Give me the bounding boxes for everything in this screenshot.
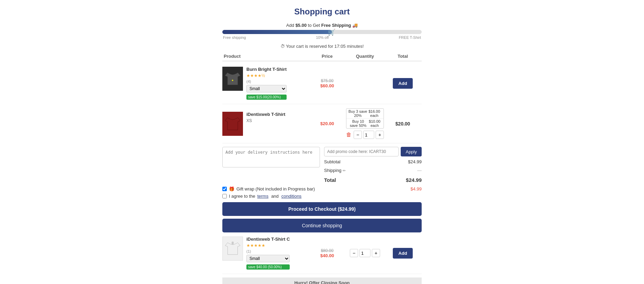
qty-plus-2[interactable]: + (376, 131, 384, 139)
total-row: Total $24.99 (324, 176, 422, 184)
promo-section: Apply Subtotal $24.99 Shipping ✏ — Total… (324, 147, 422, 184)
upsell-product-image (222, 237, 243, 261)
upsell-add-button[interactable]: Add (393, 248, 412, 259)
shipping-edit-icon[interactable]: ✏ (343, 168, 346, 173)
qty-controls-2: 🗑 − + (346, 131, 384, 139)
total-label: Total (324, 177, 336, 183)
cart-row-1: ✦ Burn Bright T-Shirt ★★★★½ (4) Small Me… (222, 63, 422, 104)
save-badge-1: save $15.00(20.00%) (246, 95, 287, 100)
product-name-1: Burn Bright T-Shirt (246, 67, 287, 72)
terms-prefix: I agree to the (229, 194, 255, 199)
price-cell-2: $20.00 (308, 121, 346, 126)
product-cell-2: iDentixweb T-Shirt XS (222, 112, 308, 136)
tshirt-svg-upsell (223, 237, 243, 260)
terms-link[interactable]: terms (257, 194, 269, 199)
upsell-save-badge: save $40.00 (50.00%) (246, 264, 290, 270)
subtotal-value: $24.99 (408, 159, 422, 164)
bulk-pricing-2: Buy 3 save 20% $16.00 each Buy 10 save 5… (346, 108, 384, 129)
price-cell-1: $75.00 $60.00 (308, 78, 346, 88)
total-cell-2: $20.00 (384, 121, 422, 127)
delete-button-2[interactable]: 🗑 (346, 132, 352, 138)
gift-wrap-checkbox[interactable] (222, 187, 227, 191)
upsell-qty-input[interactable] (359, 249, 370, 257)
upsell-qty-plus[interactable]: + (372, 249, 380, 257)
product-info-2: iDentixweb T-Shirt XS (246, 112, 285, 123)
header-quantity: Quantity (346, 54, 384, 59)
bulk-row-1: Buy 3 save 20% $16.00 each (346, 109, 384, 119)
upsell-qty-controls: − + (346, 249, 384, 257)
product-stars-1: ★★★★½ (246, 73, 287, 78)
upsell-qty-minus[interactable]: − (350, 249, 358, 257)
upsell-row: iDentixweb T-Shirt C ★★★★★ (1) Small Med… (222, 232, 422, 274)
product-image-1: ✦ (222, 67, 243, 91)
page-title: Shopping cart (222, 7, 422, 17)
tshirt-svg-2 (222, 112, 243, 136)
upsell-product-info: iDentixweb T-Shirt C ★★★★★ (1) Small Med… (246, 237, 290, 270)
timer-message: Your cart is reserved for 17:05 minutes! (286, 44, 364, 49)
upsell-rating: (1) (246, 249, 290, 253)
options-section: 🎁 Gift wrap (Not included in Progress ba… (222, 186, 422, 199)
delivery-textarea[interactable] (222, 147, 320, 167)
original-price-1: $75.00 (308, 78, 346, 83)
continue-shopping-button[interactable]: Continue shopping (222, 219, 422, 232)
bottom-section: Apply Subtotal $24.99 Shipping ✏ — Total… (222, 147, 422, 184)
product-name-2: iDentixweb T-Shirt (246, 112, 285, 117)
progress-section: Add $5.00 to Get Free Shipping 🚚 🛒 Free … (222, 23, 422, 40)
header-price: Price (308, 54, 346, 59)
apply-promo-button[interactable]: Apply (401, 147, 422, 156)
header-product: Product (222, 54, 308, 59)
header-total: Total (384, 54, 422, 59)
promo-row: Apply (324, 147, 422, 156)
sale-price-2: $20.00 (308, 121, 346, 126)
subtotal-label: Subtotal (324, 159, 341, 164)
shipping-row: Shipping ✏ — (324, 167, 422, 174)
upsell-product-name: iDentixweb T-Shirt C (246, 237, 290, 242)
progress-labels: Free shipping 10% off FREE T-Shirt (222, 35, 422, 40)
product-image-2 (222, 112, 243, 136)
total-value: $24.99 (406, 177, 422, 183)
conditions-link[interactable]: conditions (281, 194, 302, 199)
svg-rect-1 (232, 242, 234, 245)
offer-header: Hurry! Offer Closing Soon (222, 277, 422, 284)
upsell-sale-price: $40.00 (308, 253, 346, 258)
qty-minus-2[interactable]: − (354, 131, 362, 139)
checkout-button[interactable]: Proceed to Checkout ($24.99) (222, 202, 422, 216)
progress-bar-container: 🛒 (222, 30, 422, 34)
shipping-icon: 🚚 (352, 23, 358, 28)
product-cell-1: ✦ Burn Bright T-Shirt ★★★★½ (4) Small Me… (222, 67, 308, 100)
product-variant-2: XS (246, 118, 285, 123)
terms-row: I agree to the terms and conditions (222, 194, 422, 199)
timer-bar: ⏱ Your cart is reserved for 17:05 minute… (222, 44, 422, 49)
cart-icon: 🛒 (328, 29, 335, 36)
cart-headers: Product Price Quantity Total (222, 54, 422, 61)
upsell-size-select[interactable]: Small Medium Large (246, 255, 290, 262)
upsell-qty-cell: − + (346, 249, 384, 257)
bulk-row-2: Buy 10 save 50% $10.00 each (346, 119, 384, 128)
upsell-product-cell: iDentixweb T-Shirt C ★★★★★ (1) Small Med… (222, 237, 308, 270)
shipping-label: Shipping (324, 168, 342, 173)
gift-icon: 🎁 (229, 186, 234, 192)
product-rating-1: (4) (246, 79, 287, 84)
qty-input-2[interactable] (363, 131, 374, 139)
terms-and: and (271, 194, 279, 199)
gift-wrap-label: Gift wrap (Not included in Progress bar) (236, 186, 315, 192)
total-cell-1: Add (384, 78, 422, 89)
terms-checkbox[interactable] (222, 194, 227, 198)
gift-wrap-price: $4.99 (410, 186, 422, 192)
size-select-1[interactable]: Small Medium Large (246, 85, 287, 92)
upsell-total-cell: Add (384, 248, 422, 259)
delivery-section (222, 147, 320, 184)
promo-input[interactable] (324, 147, 399, 156)
shipping-value: — (417, 168, 422, 173)
action-buttons: Proceed to Checkout ($24.99) Continue sh… (222, 202, 422, 232)
subtotal-row: Subtotal $24.99 (324, 159, 422, 165)
qty-cell-2: Buy 3 save 20% $16.00 each Buy 10 save 5… (346, 108, 384, 139)
tshirt-svg-1: ✦ (222, 67, 243, 91)
add-button-1[interactable]: Add (393, 78, 412, 89)
sale-price-1: $60.00 (308, 83, 346, 88)
gift-wrap-row: 🎁 Gift wrap (Not included in Progress ba… (222, 186, 422, 192)
cart-row-2: iDentixweb T-Shirt XS $20.00 Buy 3 save … (222, 104, 422, 143)
upsell-stars: ★★★★★ (246, 243, 290, 248)
upsell-price-cell: $80.00 $40.00 (308, 248, 346, 258)
upsell-original-price: $80.00 (308, 248, 346, 253)
